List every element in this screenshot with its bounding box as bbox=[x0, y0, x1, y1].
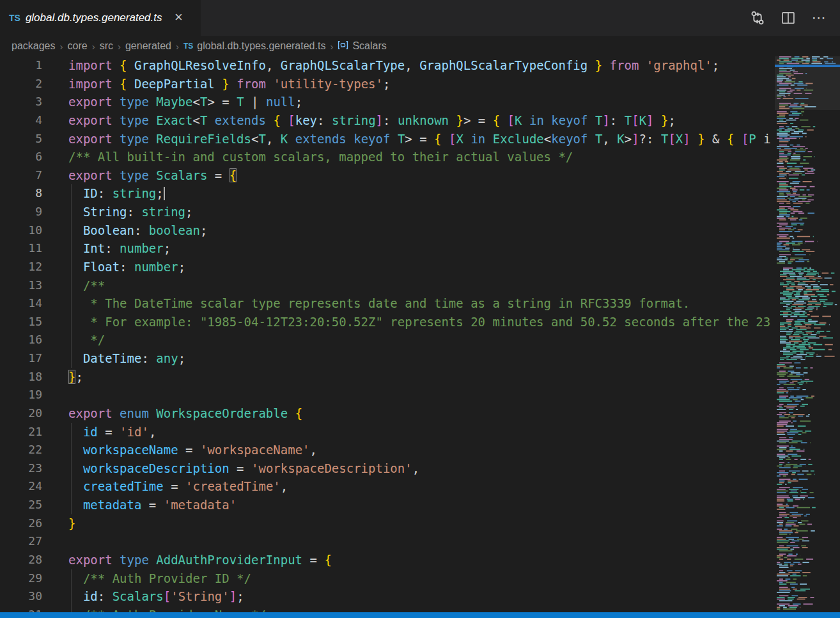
code-token: export bbox=[68, 168, 120, 182]
breadcrumb-item-core[interactable]: core bbox=[68, 40, 88, 52]
code-line[interactable]: 22 workspaceName = 'workspaceName', bbox=[0, 441, 775, 459]
code-token: ] bbox=[683, 132, 690, 146]
code-token: 'graphql' bbox=[646, 58, 712, 72]
breadcrumb-item-generated[interactable]: generated bbox=[125, 40, 171, 52]
line-number: 7 bbox=[0, 166, 42, 185]
line-number: 1 bbox=[0, 56, 42, 75]
breadcrumb-item-src[interactable]: src bbox=[100, 40, 113, 52]
breadcrumb-item-packages[interactable]: packages bbox=[12, 40, 56, 52]
code-line[interactable]: 8 ID: string; bbox=[0, 184, 775, 203]
code-token: > = bbox=[405, 132, 434, 146]
breadcrumb-item-scalars[interactable]: Scalars bbox=[338, 40, 386, 52]
code-token bbox=[602, 58, 609, 72]
code-line[interactable]: 26} bbox=[0, 514, 775, 533]
code-line[interactable]: 1import { GraphQLResolveInfo, GraphQLSca… bbox=[0, 56, 775, 75]
code-line[interactable]: 16 */ bbox=[0, 331, 775, 349]
split-editor-icon[interactable] bbox=[779, 8, 798, 28]
code-line[interactable]: 11 Int: number; bbox=[0, 239, 775, 258]
code-token: > bbox=[625, 132, 632, 146]
code-line[interactable]: 20export enum WorkspaceOrderable { bbox=[0, 404, 775, 423]
code-token: Maybe bbox=[156, 95, 192, 109]
code-line[interactable]: 18}; bbox=[0, 368, 775, 386]
code-token bbox=[588, 113, 595, 127]
code-token: RequireFields bbox=[156, 132, 251, 146]
code-line[interactable]: 23 workspaceDescription = 'workspaceDesc… bbox=[0, 459, 775, 478]
code-token: import bbox=[68, 77, 120, 91]
code-token: } bbox=[697, 132, 704, 146]
code-token: ] bbox=[632, 132, 639, 146]
code-token: , bbox=[266, 132, 281, 146]
breadcrumb-label: src bbox=[100, 40, 113, 52]
code-line[interactable]: 19 bbox=[0, 386, 775, 404]
code-line[interactable]: 25 metadata = 'metadata' bbox=[0, 496, 775, 514]
line-number: 8 bbox=[0, 184, 42, 203]
code-line[interactable]: 12 Float: number; bbox=[0, 258, 775, 276]
code-line[interactable]: 28export type AddAuthProviderInput = { bbox=[0, 551, 775, 569]
code-token: ; bbox=[383, 77, 390, 91]
code-token: , bbox=[266, 58, 281, 72]
code-token: { bbox=[727, 132, 734, 146]
code-line[interactable]: 24 createdTime = 'createdTime', bbox=[0, 477, 775, 496]
code-token: > = bbox=[463, 113, 493, 127]
code-token: K bbox=[515, 113, 522, 127]
indent-guide bbox=[71, 459, 72, 478]
code-token: ; bbox=[200, 223, 207, 237]
code-token: { bbox=[120, 58, 127, 72]
code-editor[interactable]: 1import { GraphQLResolveInfo, GraphQLSca… bbox=[0, 56, 775, 612]
code-token: */ bbox=[68, 333, 105, 347]
code-token: ] bbox=[646, 113, 653, 127]
code-token: in bbox=[529, 113, 544, 127]
code-line[interactable]: 14 * The DateTime scalar type represents… bbox=[0, 294, 775, 313]
code-token: type bbox=[120, 553, 156, 567]
indent-guide bbox=[71, 258, 72, 276]
code-line[interactable]: 15 * For example: "1985-04-12T23:20:50.5… bbox=[0, 313, 775, 331]
code-line[interactable]: 9 String: string; bbox=[0, 203, 775, 221]
indent-guide bbox=[71, 423, 72, 441]
indent-guide bbox=[71, 587, 72, 606]
code-line[interactable]: 17 DateTime: any; bbox=[0, 349, 775, 368]
typescript-file-icon: TS bbox=[9, 13, 20, 23]
code-line[interactable]: 27 bbox=[0, 532, 775, 551]
line-number: 6 bbox=[0, 148, 42, 166]
code-line[interactable]: 7export type Scalars = { bbox=[0, 166, 775, 185]
code-line[interactable]: 3export type Maybe<T> = T | null; bbox=[0, 93, 775, 111]
code-line[interactable]: 30 id: Scalars['String']; bbox=[0, 587, 775, 606]
line-number: 22 bbox=[0, 441, 42, 459]
indent-guide bbox=[71, 184, 72, 203]
more-actions-icon[interactable]: ⋯ bbox=[809, 8, 828, 28]
code-token: , bbox=[281, 479, 288, 493]
code-line[interactable]: 6/** All built-in and custom scalars, ma… bbox=[0, 148, 775, 166]
indent-guide bbox=[71, 239, 72, 258]
code-line[interactable]: 13 /** bbox=[0, 276, 775, 295]
tab-global-db-types[interactable]: TS global.db.types.generated.ts × bbox=[0, 0, 201, 36]
minimap-current-line-marker bbox=[775, 65, 840, 67]
code-token bbox=[654, 113, 661, 127]
code-token: 'metadata' bbox=[164, 498, 237, 512]
code-token bbox=[485, 132, 492, 146]
code-token: /** bbox=[68, 278, 105, 292]
breadcrumb-item-global-db-types-generated-ts[interactable]: TSglobal.db.types.generated.ts bbox=[183, 40, 325, 52]
code-line[interactable]: 4export type Exact<T extends { [key: str… bbox=[0, 111, 775, 130]
code-token: boolean bbox=[149, 223, 200, 237]
code-line[interactable]: 2import { DeepPartial } from 'utility-ty… bbox=[0, 75, 775, 93]
close-icon[interactable]: × bbox=[171, 10, 187, 26]
code-token: extends bbox=[295, 132, 346, 146]
code-line[interactable]: 21 id = 'id', bbox=[0, 423, 775, 441]
open-changes-icon[interactable] bbox=[748, 8, 767, 28]
code-token: DateTime bbox=[83, 351, 142, 365]
code-token: GraphQLResolveInfo bbox=[134, 58, 266, 72]
code-token: { bbox=[324, 553, 331, 567]
code-line[interactable]: 29 /** Auth Provider ID */ bbox=[0, 569, 775, 588]
code-token: WorkspaceOrderable bbox=[156, 406, 288, 420]
code-token bbox=[544, 113, 551, 127]
code-token: { bbox=[493, 113, 500, 127]
code-token: null bbox=[266, 95, 295, 109]
code-token bbox=[587, 58, 595, 72]
code-token: & bbox=[705, 132, 727, 146]
code-line[interactable]: 5export type RequireFields<T, K extends … bbox=[0, 130, 775, 148]
code-line[interactable]: 31 /** Auth Provider Name */ bbox=[0, 606, 775, 612]
line-number: 30 bbox=[0, 587, 42, 606]
minimap[interactable] bbox=[775, 56, 840, 612]
code-token: * For example: "1985-04-12T23:20:50.52Z"… bbox=[68, 315, 770, 329]
code-line[interactable]: 10 Boolean: boolean; bbox=[0, 221, 775, 240]
